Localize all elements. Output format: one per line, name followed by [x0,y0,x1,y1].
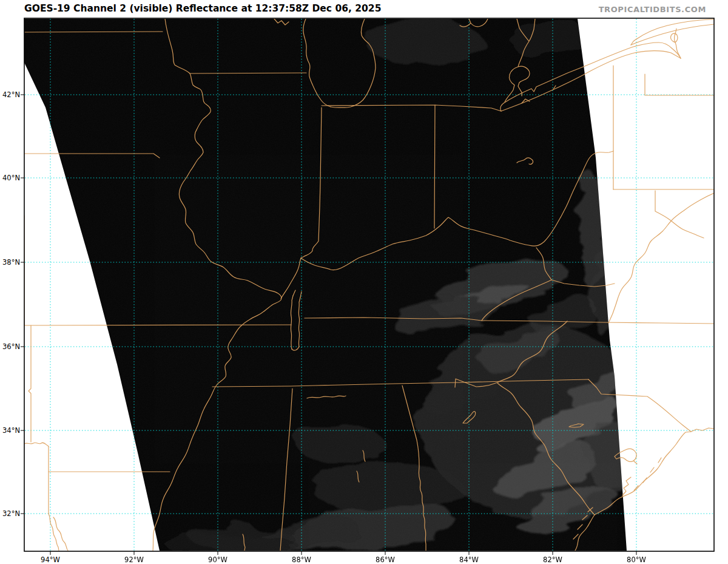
lon-label-84°W: 84°W [454,556,484,564]
river-sabine [49,514,59,551]
satellite-viewer-page: GOES-19 Channel 2 (visible) Reflectance … [0,0,728,564]
lon-label-92°W: 92°W [119,556,149,564]
border-wv-va-ridge [608,193,714,323]
river-sabine-branch [53,517,68,551]
lon-label-94°W: 94°W [35,556,66,564]
lat-label-36°N: 36°N [0,342,20,351]
border-ok-ar [29,325,31,442]
lat-label-40°N: 40°N [0,174,20,182]
river-red [24,443,49,446]
lon-label-88°W: 88°W [286,556,317,564]
coast-sound-detail [622,458,661,495]
lon-label-80°W: 80°W [621,556,652,564]
lat-label-34°N: 34°N [0,426,20,435]
lon-label-86°W: 86°W [370,556,400,564]
border-ny-pa [645,74,714,95]
lat-label-42°N: 42°N [0,90,20,99]
lon-label-90°W: 90°W [203,556,233,564]
lat-label-38°N: 38°N [0,258,20,267]
lat-label-32°N: 32°N [0,509,20,518]
lon-label-82°W: 82°W [538,556,568,564]
satellite-map [0,0,728,564]
